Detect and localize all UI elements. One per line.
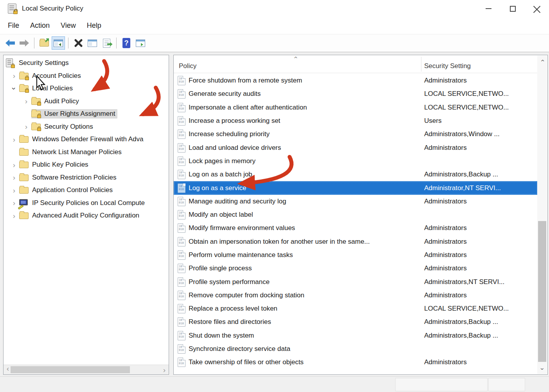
tree-item-application-control-policies[interactable]: ›Application Control Policies xyxy=(9,184,169,197)
properties-button[interactable] xyxy=(86,36,99,50)
tree-item-public-key-policies[interactable]: ›Public Key Policies xyxy=(9,158,169,171)
delete-button[interactable] xyxy=(72,36,85,50)
back-button[interactable] xyxy=(4,36,17,50)
policy-document-icon: 10010 xyxy=(178,210,185,219)
vertical-scrollbar[interactable]: › › xyxy=(537,56,547,374)
tree-item-ip-security-policies-on-local-compute[interactable]: ›IP Security Policies on Local Compute xyxy=(9,197,169,210)
list-row-obtain-an-impersonation-token-for-another-user-in-the-same[interactable]: 10010Obtain an impersonation token for a… xyxy=(174,235,538,248)
list-row-generate-security-audits[interactable]: 10010Generate security auditsLOCAL SERVI… xyxy=(174,87,538,101)
list-row-force-shutdown-from-a-remote-system[interactable]: 10010Force shutdown from a remote system… xyxy=(174,74,538,87)
column-header-security-setting[interactable]: Security Setting xyxy=(424,62,471,70)
list-row-shut-down-the-system[interactable]: 10010Shut down the systemAdministrators,… xyxy=(174,329,538,342)
tree-view: Security Settings›Account Policies›Local… xyxy=(4,57,169,364)
folder-lock-icon xyxy=(19,85,29,92)
policy-document-icon: 10010 xyxy=(178,264,185,273)
list-row-log-on-as-a-service[interactable]: 10010Log on as a serviceAdministrator,NT… xyxy=(174,181,538,194)
tree-item-content: Audit Policy xyxy=(31,97,81,106)
list-row-remove-computer-from-docking-station[interactable]: 10010Remove computer from docking statio… xyxy=(174,289,538,302)
list-row-log-on-as-a-batch-job[interactable]: 10010Log on as a batch jobAdministrators… xyxy=(174,168,538,181)
tree-item-content: User Rights Assignment xyxy=(31,109,117,119)
new-window-button[interactable] xyxy=(134,36,147,50)
tree-item-local-policies[interactable]: ›Local Policies xyxy=(9,82,169,95)
new-window-icon xyxy=(136,40,145,47)
policy-cell: Shut down the system xyxy=(189,332,254,340)
tree-item-network-list-manager-policies[interactable]: Network List Manager Policies xyxy=(9,146,169,159)
security-setting-cell: Administrators xyxy=(424,251,467,259)
tree-item-windows-defender-firewall-with-adva[interactable]: ›Windows Defender Firewall with Adva xyxy=(9,133,169,146)
scroll-right-button[interactable]: › xyxy=(160,365,169,374)
maximize-button[interactable] xyxy=(500,0,525,17)
security-setting-cell: LOCAL SERVICE,NETWO... xyxy=(424,90,509,98)
tree-expander[interactable]: › xyxy=(9,174,19,181)
local-security-policy-window: Local Security Policy FileActionViewHelp… xyxy=(0,0,549,392)
column-divider[interactable] xyxy=(421,57,421,72)
scroll-up-button[interactable]: › xyxy=(537,56,547,66)
list-row-restore-files-and-directories[interactable]: 10010Restore files and directoriesAdmini… xyxy=(174,315,538,329)
policy-document-icon: 10010 xyxy=(178,237,185,246)
tree-item-user-rights-assignment[interactable]: User Rights Assignment xyxy=(21,108,169,120)
tree-item-content: Windows Defender Firewall with Adva xyxy=(19,135,146,144)
folder-lock-icon xyxy=(31,123,41,131)
menu-file[interactable]: File xyxy=(2,22,25,30)
menu-view[interactable]: View xyxy=(55,22,81,30)
tree-item-security-options[interactable]: ›Security Options xyxy=(21,120,169,133)
tree-expander[interactable]: › xyxy=(9,199,19,207)
list-row-increase-a-process-working-set[interactable]: 10010Increase a process working setUsers xyxy=(174,114,538,128)
help-button[interactable]: ? xyxy=(120,36,133,50)
policy-cell: Impersonate a client after authenticatio… xyxy=(189,104,307,111)
list-row-profile-system-performance[interactable]: 10010Profile system performanceAdministr… xyxy=(174,275,538,288)
folder-icon xyxy=(19,135,29,143)
tree-expander[interactable]: › xyxy=(9,136,19,143)
list-row-impersonate-a-client-after-authentication[interactable]: 10010Impersonate a client after authenti… xyxy=(174,101,538,114)
policy-document-icon: 10010 xyxy=(178,116,185,126)
tree-expander[interactable]: › xyxy=(21,123,31,130)
folder-icon xyxy=(19,174,29,182)
horizontal-scrollbar[interactable]: › › xyxy=(4,365,169,374)
forward-button[interactable] xyxy=(18,36,31,50)
title-bar: Local Security Policy xyxy=(0,0,549,17)
chevron-down-icon: › xyxy=(10,87,18,90)
tree-expander[interactable]: › xyxy=(9,161,19,169)
list-row-lock-pages-in-memory[interactable]: 10010Lock pages in memory xyxy=(174,155,538,168)
tree-item-label: Windows Defender Firewall with Adva xyxy=(32,135,143,143)
security-setting-cell: Administrators,Backup ... xyxy=(424,332,498,340)
column-header-policy[interactable]: Policy xyxy=(179,62,196,70)
tree-item-security-settings[interactable]: Security Settings xyxy=(6,57,169,70)
list-row-load-and-unload-device-drivers[interactable]: 10010Load and unload device driversAdmin… xyxy=(174,141,538,154)
tree-item-label: Account Policies xyxy=(32,72,81,80)
list-row-modify-an-object-label[interactable]: 10010Modify an object label xyxy=(174,208,538,221)
list-row-manage-auditing-and-security-log[interactable]: 10010Manage auditing and security logAdm… xyxy=(174,195,538,208)
tree-item-advanced-audit-policy-configuration[interactable]: ›Advanced Audit Policy Configuration xyxy=(9,209,169,222)
tree-item-audit-policy[interactable]: ›Audit Policy xyxy=(21,95,169,108)
tree-item-label: IP Security Policies on Local Compute xyxy=(32,199,145,207)
tree-expander[interactable]: › xyxy=(9,72,19,79)
list-row-take-ownership-of-files-or-other-objects[interactable]: 10010Take ownership of files or other ob… xyxy=(174,356,538,369)
lock-icon xyxy=(25,77,29,80)
tree-item-software-restriction-policies[interactable]: ›Software Restriction Policies xyxy=(9,171,169,184)
close-button[interactable] xyxy=(525,0,549,17)
export-list-button[interactable] xyxy=(100,36,113,50)
show-console-tree-button[interactable] xyxy=(52,36,65,50)
lock-icon xyxy=(13,11,18,14)
list-row-increase-scheduling-priority[interactable]: 10010Increase scheduling priorityAdminis… xyxy=(174,128,538,141)
export-console-button[interactable] xyxy=(38,36,51,50)
tree-expander[interactable]: › xyxy=(9,85,19,92)
list-row-synchronize-directory-service-data[interactable]: 10010Synchronize directory service data xyxy=(174,342,538,356)
tree-item-account-policies[interactable]: ›Account Policies xyxy=(9,70,169,83)
tree-expander[interactable]: › xyxy=(9,187,19,194)
list-row-perform-volume-maintenance-tasks[interactable]: 10010Perform volume maintenance tasksAdm… xyxy=(174,248,538,262)
tree-item-label: Audit Policy xyxy=(44,97,79,105)
forward-icon xyxy=(20,40,29,47)
list-row-modify-firmware-environment-values[interactable]: 10010Modify firmware environment valuesA… xyxy=(174,221,538,235)
minimize-button[interactable] xyxy=(476,0,500,17)
vertical-scroll-thumb[interactable] xyxy=(538,221,546,362)
scroll-down-button[interactable]: › xyxy=(537,364,547,374)
list-row-profile-single-process[interactable]: 10010Profile single processAdministrator… xyxy=(174,262,538,275)
tree-expander[interactable]: › xyxy=(9,212,19,219)
horizontal-scroll-thumb[interactable] xyxy=(11,366,130,373)
menu-help[interactable]: Help xyxy=(81,22,107,30)
list-row-replace-a-process-level-token[interactable]: 10010Replace a process level tokenLOCAL … xyxy=(174,302,538,315)
tree-expander[interactable]: › xyxy=(21,97,31,105)
menu-action[interactable]: Action xyxy=(25,22,55,30)
folder-icon xyxy=(19,148,29,156)
